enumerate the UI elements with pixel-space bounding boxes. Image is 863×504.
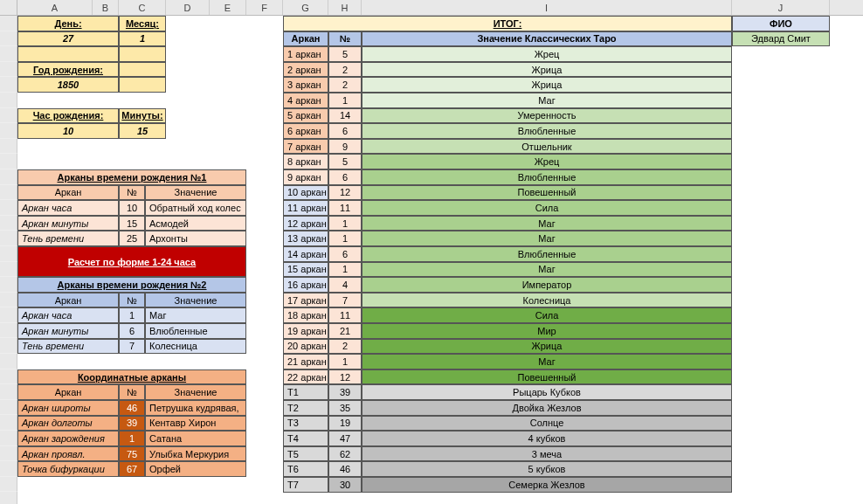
row-num[interactable] bbox=[0, 262, 17, 278]
coord-h2: № bbox=[119, 384, 145, 400]
row-num[interactable] bbox=[0, 446, 17, 462]
main-n-20: 1 bbox=[328, 354, 362, 369]
fio-header: ФИО bbox=[732, 16, 830, 31]
coord-v-1: Кентавр Хирон bbox=[145, 416, 246, 432]
year-value[interactable]: 1850 bbox=[17, 77, 119, 93]
main-g-25: Т4 bbox=[283, 431, 328, 446]
main-v-7: Жрец bbox=[362, 154, 732, 169]
arc2-h3: Значение bbox=[145, 293, 246, 308]
row-num[interactable] bbox=[0, 431, 17, 446]
arc1-h3: Значение bbox=[145, 185, 246, 201]
main-v-24: Солнце bbox=[362, 416, 732, 432]
main-n-25: 47 bbox=[328, 431, 362, 446]
main-h-num: № bbox=[328, 31, 362, 47]
coord-a-2: Аркан зарождения bbox=[17, 431, 119, 446]
col-F[interactable]: F bbox=[246, 0, 283, 15]
arc2-n-1: 6 bbox=[119, 323, 145, 339]
col-E[interactable]: E bbox=[210, 0, 246, 15]
main-n-24: 19 bbox=[328, 416, 362, 432]
day-value[interactable]: 27 bbox=[17, 31, 119, 47]
col-G[interactable]: G bbox=[283, 0, 328, 15]
main-g-4: 5 аркан bbox=[283, 108, 328, 124]
main-g-12: 13 аркан bbox=[283, 231, 328, 246]
main-v-2: Жрица bbox=[362, 77, 732, 93]
row-num[interactable] bbox=[0, 354, 17, 369]
arc2-title: Арканы времени рождения №2 bbox=[17, 277, 246, 293]
main-v-9: Повешенный bbox=[362, 185, 732, 201]
main-n-19: 2 bbox=[328, 339, 362, 355]
main-g-2: 3 аркан bbox=[283, 77, 328, 93]
red-banner[interactable]: Расчет по форме 1-24 часа bbox=[17, 246, 246, 277]
arc1-h2: № bbox=[119, 185, 145, 201]
col-A[interactable]: A bbox=[17, 0, 93, 15]
main-n-3: 1 bbox=[328, 93, 362, 108]
row-num[interactable] bbox=[0, 46, 17, 62]
col-B[interactable]: B bbox=[93, 0, 119, 15]
main-h-znach: Значение Классических Таро bbox=[362, 31, 732, 47]
arc2-v-0: Маг bbox=[145, 307, 246, 323]
row-num[interactable] bbox=[0, 200, 17, 216]
row-num[interactable] bbox=[0, 139, 17, 155]
arc1-a-0: Аркан часа bbox=[17, 200, 119, 216]
main-n-1: 2 bbox=[328, 62, 362, 78]
main-n-13: 6 bbox=[328, 246, 362, 262]
row-num[interactable] bbox=[0, 477, 17, 493]
main-g-10: 11 аркан bbox=[283, 200, 328, 216]
main-n-27: 46 bbox=[328, 461, 362, 477]
row-num[interactable] bbox=[0, 108, 17, 124]
row-num[interactable] bbox=[0, 185, 17, 201]
main-v-13: Влюбленные bbox=[362, 246, 732, 262]
main-v-15: Император bbox=[362, 277, 732, 293]
row-num[interactable] bbox=[0, 400, 17, 416]
col-D[interactable]: D bbox=[166, 0, 210, 15]
row-num[interactable] bbox=[0, 384, 17, 400]
row-num[interactable] bbox=[0, 62, 17, 78]
main-g-22: Т1 bbox=[283, 384, 328, 400]
row-num[interactable] bbox=[0, 323, 17, 339]
main-g-1: 2 аркан bbox=[283, 62, 328, 78]
main-g-21: 22 аркан bbox=[283, 369, 328, 385]
row-num[interactable] bbox=[0, 93, 17, 108]
row-num[interactable] bbox=[0, 277, 17, 293]
row-num[interactable] bbox=[0, 461, 17, 477]
min-value[interactable]: 15 bbox=[119, 123, 166, 139]
month-value[interactable]: 1 bbox=[119, 31, 166, 47]
row-num[interactable] bbox=[0, 307, 17, 323]
row-num[interactable] bbox=[0, 154, 17, 169]
main-v-14: Маг bbox=[362, 262, 732, 278]
main-n-4: 14 bbox=[328, 108, 362, 124]
main-v-12: Маг bbox=[362, 231, 732, 246]
main-v-18: Мир bbox=[362, 323, 732, 339]
row-num[interactable] bbox=[0, 231, 17, 246]
main-v-17: Сила bbox=[362, 307, 732, 323]
row-num[interactable] bbox=[0, 369, 17, 385]
row-num[interactable] bbox=[0, 16, 17, 31]
coord-v-3: Улыбка Меркурия bbox=[145, 446, 246, 462]
corner-square[interactable] bbox=[0, 0, 17, 15]
coord-v-0: Петрушка кудрявая, bbox=[145, 400, 246, 416]
col-H[interactable]: H bbox=[328, 0, 362, 15]
col-I[interactable]: I bbox=[362, 0, 732, 15]
main-v-20: Маг bbox=[362, 354, 732, 369]
row-num[interactable] bbox=[0, 293, 17, 308]
row-num[interactable] bbox=[0, 31, 17, 47]
row-num[interactable] bbox=[0, 123, 17, 139]
row-num[interactable] bbox=[0, 246, 17, 262]
col-J[interactable]: J bbox=[732, 0, 830, 15]
row-num[interactable] bbox=[0, 415, 17, 431]
row-num[interactable] bbox=[0, 338, 17, 354]
main-n-11: 1 bbox=[328, 216, 362, 231]
main-g-17: 18 аркан bbox=[283, 307, 328, 323]
row-num[interactable] bbox=[0, 492, 17, 504]
main-n-12: 1 bbox=[328, 231, 362, 246]
coord-h1: Аркан bbox=[17, 384, 119, 400]
arc1-v-0: Обратный ход колес bbox=[145, 200, 246, 216]
col-C[interactable]: C bbox=[119, 0, 166, 15]
main-g-5: 6 аркан bbox=[283, 123, 328, 139]
hour-value[interactable]: 10 bbox=[17, 123, 119, 139]
main-g-23: Т2 bbox=[283, 400, 328, 416]
fio-value[interactable]: Эдвард Смит bbox=[732, 31, 830, 47]
row-num[interactable] bbox=[0, 216, 17, 231]
row-num[interactable] bbox=[0, 169, 17, 185]
row-num[interactable] bbox=[0, 77, 17, 93]
